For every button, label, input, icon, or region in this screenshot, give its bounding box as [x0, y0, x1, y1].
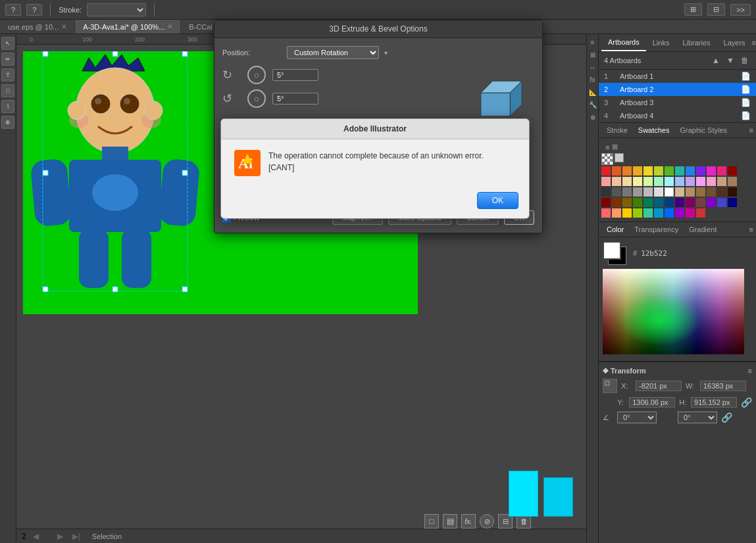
- dialog-3d-title: 3D Extrude & Bevel Options: [214, 20, 542, 38]
- alert-body: Ai The operation cannot complete because…: [221, 139, 529, 187]
- rotation-x-icon: ↻: [222, 68, 241, 82]
- alert-dialog: Adobe Illustrator Ai The operation canno…: [220, 118, 530, 219]
- alert-message-block: The operation cannot complete because of…: [268, 150, 516, 174]
- position-row: Position: Custom Rotation ▾: [222, 46, 534, 59]
- position-arrow-icon: ▾: [384, 49, 388, 57]
- alert-message-line2: [CANT]: [268, 162, 516, 174]
- rotation-x-input[interactable]: [272, 69, 318, 81]
- rotation-x-row: ↻ ○: [222, 66, 458, 84]
- position-select[interactable]: Custom Rotation: [287, 46, 379, 59]
- alert-buttons: OK: [221, 187, 529, 218]
- alert-warning-icon: Ai: [234, 150, 261, 176]
- rotation-dial-x[interactable]: ○: [247, 66, 266, 84]
- position-label: Position:: [222, 49, 282, 57]
- alert-message-line1: The operation cannot complete because of…: [268, 150, 516, 162]
- rotation-dial-y[interactable]: ○: [247, 89, 266, 108]
- alert-ok-btn[interactable]: OK: [477, 192, 518, 209]
- dialog-overlay: 3D Extrude & Bevel Options Position: Cus…: [0, 0, 756, 543]
- rotation-y-icon: ↺: [222, 91, 241, 106]
- alert-title: Adobe Illustrator: [221, 119, 529, 139]
- svg-marker-30: [481, 93, 510, 116]
- rotation-y-row: ↺ ○: [222, 89, 458, 108]
- rotation-controls: ↻ ○ ↺ ○: [222, 66, 458, 113]
- 3d-box-preview: [475, 72, 528, 125]
- rotation-y-input[interactable]: [272, 93, 318, 105]
